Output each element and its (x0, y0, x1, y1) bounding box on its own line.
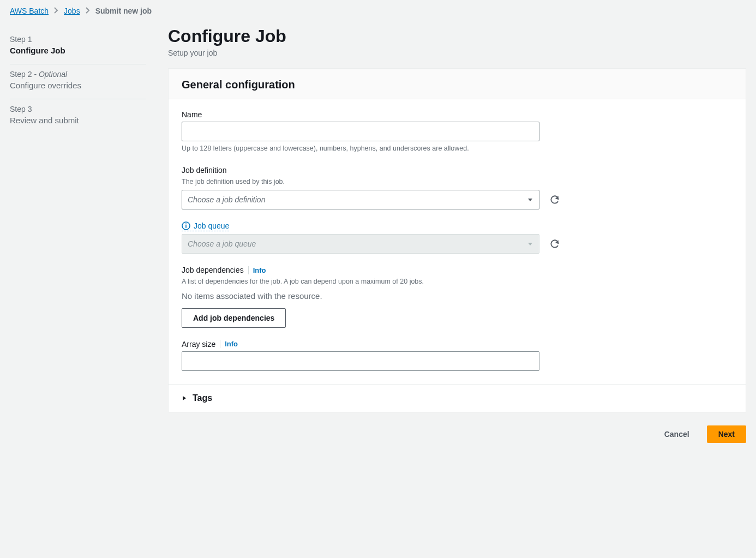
jobqueue-refresh-button[interactable] (549, 238, 561, 250)
info-icon (182, 221, 190, 230)
jobdef-refresh-button[interactable] (549, 194, 561, 206)
name-input[interactable] (182, 122, 539, 141)
steps-sidebar: Step 1 Configure Job Step 2 - Optional C… (10, 26, 146, 443)
step-title: Configure overrides (10, 81, 146, 90)
step-title: Configure Job (10, 46, 146, 55)
page-title: Configure Job (168, 26, 746, 46)
jobdef-select[interactable]: Choose a job definition (182, 190, 539, 209)
arraysize-input[interactable] (182, 351, 539, 371)
arraysize-info-link[interactable]: Info (220, 340, 238, 348)
panel-general-config: General configuration Name Up to 128 let… (168, 68, 746, 412)
name-hint: Up to 128 letters (uppercase and lowerca… (182, 144, 563, 154)
breadcrumb-link-jobs[interactable]: Jobs (64, 7, 80, 15)
svg-marker-7 (183, 396, 186, 400)
caret-down-icon (527, 196, 533, 203)
jobqueue-label-link[interactable]: Job queue (182, 221, 229, 231)
tags-toggle[interactable]: Tags (182, 393, 733, 403)
wizard-footer: Cancel Next (168, 423, 746, 443)
caret-right-icon (182, 395, 187, 401)
svg-marker-5 (528, 243, 532, 245)
deps-empty: No items associated with the resource. (182, 291, 563, 301)
tags-label: Tags (193, 393, 212, 403)
cancel-button[interactable]: Cancel (653, 425, 700, 443)
step-3[interactable]: Step 3 Review and submit (10, 99, 146, 134)
chevron-right-icon (86, 7, 90, 15)
svg-point-4 (185, 224, 187, 225)
chevron-right-icon (54, 7, 58, 15)
caret-down-icon (527, 241, 533, 247)
jobdef-label: Job definition (182, 166, 563, 175)
panel-header: General configuration (182, 79, 733, 91)
deps-hint: A list of dependencies for the job. A jo… (182, 277, 563, 287)
step-num: Step 1 (10, 35, 32, 44)
jobqueue-select: Choose a job queue (182, 234, 539, 254)
svg-rect-3 (185, 225, 187, 228)
step-num: Step 3 (10, 105, 32, 113)
deps-label: Job dependencies (182, 266, 244, 274)
page-subtitle: Setup your job (168, 49, 746, 57)
step-title: Review and submit (10, 116, 146, 125)
jobdef-hint: The job definition used by this job. (182, 177, 563, 187)
step-num: Step 2 (10, 70, 32, 79)
breadcrumb-current: Submit new job (95, 7, 152, 15)
step-1[interactable]: Step 1 Configure Job (10, 29, 146, 64)
arraysize-label: Array size (182, 340, 215, 349)
jobqueue-placeholder: Choose a job queue (188, 239, 256, 248)
next-button[interactable]: Next (707, 425, 746, 443)
step-2[interactable]: Step 2 - Optional Configure overrides (10, 64, 146, 99)
breadcrumb: AWS Batch Jobs Submit new job (10, 7, 746, 15)
name-label: Name (182, 110, 563, 119)
svg-marker-0 (528, 199, 532, 201)
breadcrumb-link-aws-batch[interactable]: AWS Batch (10, 7, 49, 15)
jobdef-placeholder: Choose a job definition (188, 195, 265, 204)
deps-info-link[interactable]: Info (248, 266, 266, 274)
add-dependencies-button[interactable]: Add job dependencies (182, 308, 286, 328)
